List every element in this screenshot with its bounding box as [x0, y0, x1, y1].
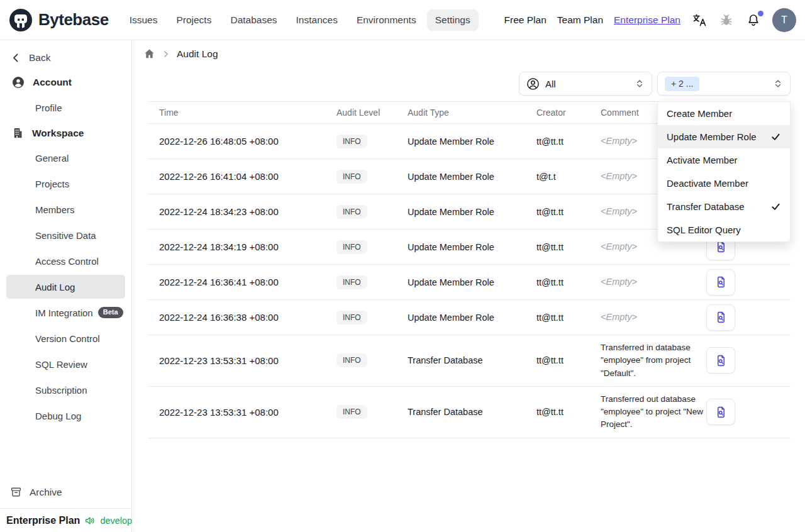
- level-badge: INFO: [336, 240, 367, 254]
- view-detail-button[interactable]: [706, 304, 735, 331]
- menu-item-activate-member[interactable]: Activate Member: [658, 148, 790, 172]
- sidebar-item-label: Version Control: [35, 333, 100, 344]
- nav-link-instances[interactable]: Instances: [288, 9, 346, 31]
- creator-filter-value: All: [545, 79, 556, 89]
- footer-plan-label: Enterprise Plan: [6, 515, 80, 526]
- sidebar-item-label: Subscription: [35, 385, 87, 396]
- level-badge: INFO: [336, 275, 367, 289]
- notifications-icon[interactable]: [745, 12, 762, 28]
- home-icon[interactable]: [143, 48, 155, 60]
- column-header-creator: Creator: [536, 108, 601, 118]
- top-nav-right: Free PlanTeam PlanEnterprise Plan: [504, 8, 805, 32]
- sidebar-item-label: Profile: [35, 103, 62, 113]
- cell-comment: <Empty>: [601, 269, 706, 296]
- menu-item-label: Activate Member: [667, 155, 738, 165]
- audit-type-filter-select[interactable]: + 2 ...: [657, 72, 791, 96]
- sidebar-item-general[interactable]: General: [6, 146, 125, 170]
- file-search-icon: [714, 275, 728, 289]
- sidebar-item-label: General: [35, 153, 69, 163]
- avatar[interactable]: T: [772, 8, 796, 32]
- level-badge: INFO: [336, 405, 367, 419]
- nav-link-databases[interactable]: Databases: [222, 9, 285, 31]
- cell-audit-type: Transfer Database: [408, 407, 536, 417]
- sidebar-item-version-control[interactable]: Version Control: [6, 326, 125, 350]
- nav-link-issues[interactable]: Issues: [121, 9, 166, 31]
- check-icon: [770, 131, 781, 142]
- view-detail-button[interactable]: [706, 399, 735, 425]
- cell-comment: <Empty>: [601, 304, 706, 331]
- back-label: Back: [29, 52, 50, 64]
- page-title: Audit Log: [177, 48, 218, 60]
- cell-audit-type: Update Member Role: [408, 313, 536, 323]
- check-icon: [770, 201, 781, 212]
- cell-actions: [706, 347, 791, 374]
- plan-free-plan[interactable]: Free Plan: [504, 14, 547, 26]
- back-button[interactable]: Back: [0, 49, 131, 67]
- user-circle-icon: [12, 76, 25, 89]
- table-row: 2022-12-23 13:53:31 +08:00INFOTransfer D…: [148, 387, 791, 438]
- menu-item-update-member-role[interactable]: Update Member Role: [658, 125, 790, 148]
- level-badge: INFO: [336, 135, 367, 148]
- cell-audit-level: INFO: [331, 311, 408, 324]
- avatar-initial: T: [781, 14, 787, 26]
- sidebar-item-profile[interactable]: Profile: [6, 96, 125, 119]
- plan-enterprise-plan[interactable]: Enterprise Plan: [614, 14, 680, 26]
- building-icon: [12, 127, 24, 139]
- sidebar-item-projects[interactable]: Projects: [6, 172, 125, 196]
- cell-creator: tt@tt.tt: [536, 355, 601, 365]
- audit-type-dropdown-menu: Create MemberUpdate Member RoleActivate …: [657, 101, 791, 242]
- user-circle-icon: [526, 77, 540, 91]
- sidebar-item-sensitive-data[interactable]: Sensitive Data: [6, 223, 125, 247]
- cell-time: 2022-12-26 16:48:05 +08:00: [148, 136, 331, 147]
- cell-comment: Transferred in database "employee" from …: [601, 335, 706, 386]
- creator-filter-select[interactable]: All: [519, 72, 652, 96]
- sidebar-item-label: Debug Log: [35, 411, 81, 421]
- file-search-icon: [714, 354, 728, 367]
- plan-footer: Enterprise Plan development: [0, 508, 131, 532]
- sidebar-item-debug-log[interactable]: Debug Log: [6, 404, 125, 428]
- plan-team-plan[interactable]: Team Plan: [557, 14, 603, 26]
- beta-badge: Beta: [98, 307, 123, 318]
- sidebar-item-audit-log[interactable]: Audit Log: [6, 275, 125, 299]
- sidebar-item-archive[interactable]: Archive: [0, 482, 131, 502]
- chevron-right-icon: [162, 50, 170, 58]
- sidebar-item-im-integration[interactable]: IM IntegrationBeta: [6, 301, 125, 324]
- level-badge: INFO: [336, 353, 367, 367]
- nav-link-projects[interactable]: Projects: [168, 9, 219, 31]
- table-row: 2022-12-24 16:36:41 +08:00INFOUpdate Mem…: [148, 265, 791, 300]
- translate-icon[interactable]: [691, 12, 708, 28]
- view-detail-button[interactable]: [706, 269, 735, 296]
- cell-audit-level: INFO: [331, 275, 408, 289]
- cell-audit-type: Update Member Role: [408, 172, 536, 182]
- cell-creator: tt@tt.tt: [536, 407, 601, 417]
- sidebar-item-sql-review[interactable]: SQL Review: [6, 352, 125, 376]
- main-nav-links: IssuesProjectsDatabasesInstancesEnvironm…: [121, 9, 479, 31]
- cell-audit-type: Update Member Role: [408, 207, 536, 217]
- section-title-label: Workspace: [32, 128, 84, 139]
- column-header-time: Time: [148, 108, 331, 118]
- menu-item-deactivate-member[interactable]: Deactivate Member: [658, 172, 790, 195]
- cell-time: 2022-12-24 16:36:41 +08:00: [148, 277, 331, 287]
- level-badge: INFO: [336, 311, 367, 324]
- sidebar-item-label: Projects: [35, 179, 69, 189]
- top-nav: Bytebase IssuesProjectsDatabasesInstance…: [0, 0, 805, 40]
- menu-item-sql-editor-query[interactable]: SQL Editor Query: [658, 218, 790, 241]
- sidebar-item-subscription[interactable]: Subscription: [6, 378, 125, 402]
- cell-audit-level: INFO: [331, 205, 408, 219]
- column-header-audit-level: Audit Level: [331, 108, 408, 118]
- sidebar-item-access-control[interactable]: Access Control: [6, 249, 125, 273]
- cell-creator: tt@tt.tt: [536, 277, 601, 287]
- level-badge: INFO: [336, 205, 367, 219]
- menu-item-create-member[interactable]: Create Member: [658, 102, 790, 125]
- nav-link-environments[interactable]: Environments: [348, 9, 425, 31]
- sidebar-item-members[interactable]: Members: [6, 197, 125, 221]
- menu-item-label: Update Member Role: [667, 131, 757, 142]
- cell-creator: tt@tt.tt: [536, 207, 601, 217]
- nav-link-settings[interactable]: Settings: [427, 9, 479, 31]
- cell-actions: [706, 269, 791, 296]
- menu-item-label: SQL Editor Query: [667, 224, 741, 235]
- menu-item-transfer-database[interactable]: Transfer Database: [658, 195, 790, 218]
- view-detail-button[interactable]: [706, 347, 735, 374]
- bug-icon[interactable]: [718, 12, 735, 28]
- bytebase-logo[interactable]: Bytebase: [0, 8, 109, 32]
